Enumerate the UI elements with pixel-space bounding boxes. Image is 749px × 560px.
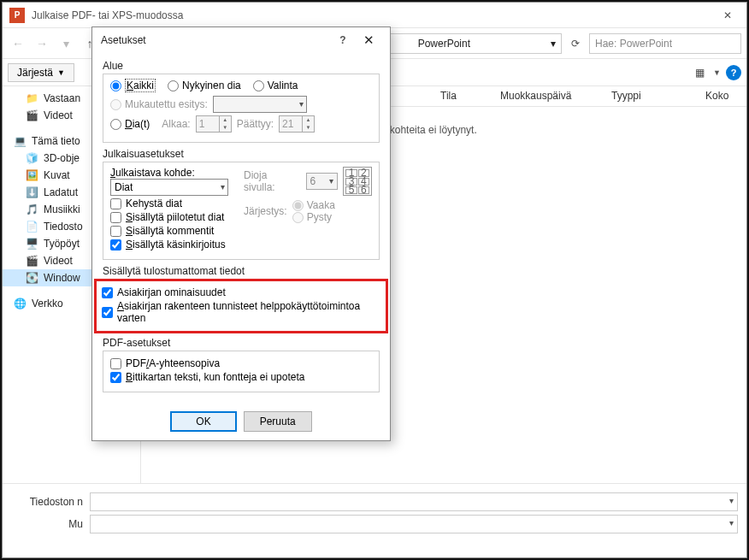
breadcrumb-segment[interactable]: PowerPoint	[418, 38, 470, 50]
close-icon[interactable]: ✕	[356, 32, 381, 48]
app-icon: P	[9, 8, 25, 23]
order-vert-radio: Pysty	[292, 211, 335, 223]
cube-icon: 🧊	[25, 153, 38, 163]
organize-button[interactable]: Järjestä▼	[8, 63, 74, 82]
column-state[interactable]: Tila	[432, 86, 492, 106]
picture-icon: 🖼️	[25, 170, 38, 180]
comments-checkbox[interactable]: Sisällytä kommentit	[110, 225, 228, 237]
handout-preview-icon: 123456	[343, 167, 372, 196]
bottom-panel: Tiedoston n ▾ Mu ▾ Avaa tiedosto julkais…	[3, 483, 746, 560]
pdfa-checkbox[interactable]: PDF/A-yhteensopiva	[110, 357, 372, 369]
drive-icon: 💽	[25, 273, 38, 283]
help-icon[interactable]: ?	[726, 65, 741, 80]
frame-checkbox[interactable]: Kehystä diat	[110, 197, 228, 209]
filename-label: Tiedoston n	[11, 496, 90, 508]
from-spinner: 1▲▼	[196, 115, 232, 133]
doc-props-checkbox[interactable]: Asiakirjan ominaisuudet	[102, 286, 380, 298]
desktop-icon: 🖥️	[25, 239, 38, 249]
options-dialog: Asetukset ? ✕ Alue Kaikki Nykyinen dia V…	[91, 27, 391, 441]
hidden-checkbox[interactable]: Sisällytä piilotetut diat	[110, 211, 228, 223]
window-title: Julkaise PDF- tai XPS-muodossa	[32, 9, 708, 21]
nonprint-group-label: Sisällytä tulostumattomat tiedot	[103, 265, 380, 277]
dialog-titlebar: Asetukset ? ✕	[92, 27, 390, 53]
chevron-down-icon: ▼	[57, 68, 65, 77]
column-type[interactable]: Tyyppi	[603, 86, 697, 106]
from-label: Alkaa:	[162, 118, 190, 130]
doc-tags-checkbox[interactable]: Asiakirjan rakenteen tunnisteet helppokä…	[102, 300, 380, 324]
column-modified[interactable]: Muokkauspäivä	[492, 86, 603, 106]
what-label: Julkaistava kohde:	[110, 167, 228, 179]
chevron-down-icon[interactable]: ▾	[551, 38, 556, 50]
help-icon[interactable]: ?	[330, 34, 356, 46]
to-label: Päättyy:	[237, 118, 274, 130]
video-icon: 🎬	[25, 110, 38, 121]
column-size[interactable]: Koko	[697, 86, 737, 106]
view-mode-icon[interactable]: ▦	[691, 64, 708, 81]
dialog-cancel-button[interactable]: Peruuta	[244, 411, 312, 432]
range-custom-radio: Mukautettu esitys:	[110, 98, 208, 110]
nonprint-highlight: Asiakirjan ominaisuudet Asiakirjan raken…	[94, 279, 388, 333]
publish-window: P Julkaise PDF- tai XPS-muodossa ✕ ← → ▾…	[2, 2, 747, 558]
custom-show-select: ▾	[213, 96, 307, 113]
ink-checkbox[interactable]: Sisällytä käsinkirjoitus	[110, 239, 228, 251]
to-spinner: 21▲▼	[279, 115, 315, 133]
range-selection-radio[interactable]: Valinta	[253, 80, 298, 91]
folder-icon: 📁	[25, 93, 38, 103]
bitmap-checkbox[interactable]: Bittikartan teksti, kun fontteja ei upot…	[110, 371, 372, 383]
music-icon: 🎵	[25, 204, 38, 215]
chevron-down-icon[interactable]: ▼	[713, 68, 721, 77]
back-icon[interactable]: ←	[8, 33, 28, 54]
refresh-icon[interactable]: ⟳	[565, 33, 586, 54]
filetype-label: Mu	[11, 518, 90, 530]
publish-group-label: Julkaisuasetukset	[103, 148, 380, 160]
download-icon: ⬇️	[25, 187, 38, 197]
range-current-radio[interactable]: Nykyinen dia	[168, 80, 241, 91]
titlebar: P Julkaise PDF- tai XPS-muodossa ✕	[3, 3, 746, 28]
order-label: Järjestys:	[244, 205, 287, 217]
dialog-title: Asetukset	[101, 34, 330, 46]
range-slides-radio[interactable]: Dia(t)	[110, 118, 150, 130]
range-group-label: Alue	[103, 60, 380, 72]
close-icon[interactable]: ✕	[708, 3, 746, 28]
document-icon: 📄	[25, 221, 38, 232]
chevron-down-icon[interactable]: ▾	[729, 496, 734, 505]
pc-icon: 💻	[13, 136, 27, 146]
range-all-radio[interactable]: Kaikki	[110, 79, 156, 92]
order-horiz-radio: Vaaka	[292, 199, 335, 211]
search-input[interactable]: Hae: PowerPoint	[589, 33, 741, 54]
what-select[interactable]: Diat▾	[110, 179, 228, 196]
ok-button[interactable]: OK	[170, 411, 236, 432]
chevron-down-icon[interactable]: ▾	[729, 518, 734, 528]
history-icon[interactable]: ▾	[56, 33, 76, 54]
filename-input[interactable]: ▾	[90, 492, 738, 511]
filetype-select[interactable]: ▾	[90, 515, 738, 533]
pdf-group-label: PDF-asetukset	[103, 337, 380, 349]
video-icon: 🎬	[25, 256, 38, 266]
per-page-select: 6▾	[306, 173, 339, 190]
per-page-label: Dioja sivulla:	[244, 169, 301, 193]
network-icon: 🌐	[13, 298, 27, 309]
forward-icon[interactable]: →	[32, 33, 52, 54]
